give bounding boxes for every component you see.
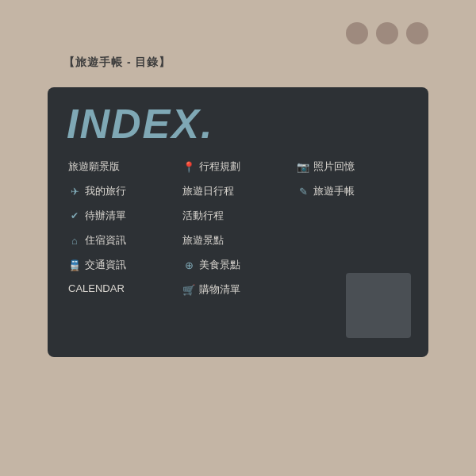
dot-2 bbox=[376, 22, 398, 44]
cart-icon: 🛒 bbox=[182, 284, 195, 296]
menu-item-shopping[interactable]: 🛒 購物清單 bbox=[181, 280, 295, 299]
menu-item-spots[interactable]: 旅遊景點 bbox=[181, 231, 295, 250]
menu-item-wish[interactable]: 旅遊願景版 bbox=[67, 157, 181, 176]
page-wrapper: 【旅遊手帳 - 目錄】 INDEX. 旅遊願景版 ✈ 我的旅行 ✔ 待辦清單 bbox=[0, 0, 476, 476]
home-icon: ⌂ bbox=[68, 235, 81, 247]
subtitle: 【旅遊手帳 - 目錄】 bbox=[63, 56, 171, 70]
menu-item-activity[interactable]: 活動行程 bbox=[181, 206, 295, 225]
fork-icon: ⊕ bbox=[182, 259, 195, 271]
wish-label: 旅遊願景版 bbox=[68, 159, 120, 174]
pin-icon: 📍 bbox=[182, 161, 195, 173]
transport-label: 交通資訊 bbox=[85, 258, 126, 272]
camera-icon: 📷 bbox=[297, 161, 309, 173]
photo-placeholder bbox=[346, 273, 411, 338]
menu-grid: 旅遊願景版 ✈ 我的旅行 ✔ 待辦清單 ⌂ 住宿資訊 🚆 交通資訊 bbox=[67, 157, 409, 341]
menu-item-todo[interactable]: ✔ 待辦清單 bbox=[67, 206, 181, 225]
menu-item-accommodation[interactable]: ⌂ 住宿資訊 bbox=[67, 231, 181, 250]
plane-icon: ✈ bbox=[68, 186, 81, 198]
menu-item-calendar[interactable]: CALENDAR bbox=[67, 280, 181, 297]
food-label: 美食景點 bbox=[199, 258, 240, 272]
dot-3 bbox=[406, 22, 428, 44]
menu-item-notebook[interactable]: ✎ 旅遊手帳 bbox=[295, 182, 409, 201]
accommodation-label: 住宿資訊 bbox=[85, 233, 126, 248]
shopping-label: 購物清單 bbox=[199, 282, 240, 297]
train-icon: 🚆 bbox=[68, 259, 81, 271]
menu-item-itinerary[interactable]: 📍 行程規劃 bbox=[181, 157, 295, 176]
menu-item-transport[interactable]: 🚆 交通資訊 bbox=[67, 255, 181, 274]
menu-col-1: 旅遊願景版 ✈ 我的旅行 ✔ 待辦清單 ⌂ 住宿資訊 🚆 交通資訊 bbox=[67, 157, 181, 341]
index-title-text: INDEX bbox=[67, 101, 201, 147]
check-icon: ✔ bbox=[68, 210, 81, 221]
index-dot: . bbox=[201, 101, 213, 147]
activity-label: 活動行程 bbox=[182, 209, 224, 223]
itinerary-label: 行程規劃 bbox=[199, 159, 240, 174]
menu-col-3: 📷 照片回憶 ✎ 旅遊手帳 bbox=[295, 157, 409, 341]
index-title: INDEX. bbox=[67, 103, 409, 144]
daily-label: 旅遊日行程 bbox=[182, 184, 234, 198]
decorative-dots bbox=[346, 22, 428, 44]
menu-item-food[interactable]: ⊕ 美食景點 bbox=[181, 255, 295, 274]
menu-col-2: 📍 行程規劃 旅遊日行程 活動行程 旅遊景點 ⊕ 美食景點 🛒 bbox=[181, 157, 295, 341]
notebook-label: 旅遊手帳 bbox=[313, 184, 355, 198]
todo-label: 待辦清單 bbox=[85, 209, 126, 223]
spots-label: 旅遊景點 bbox=[182, 233, 224, 248]
calendar-label: CALENDAR bbox=[68, 282, 125, 294]
menu-item-daily[interactable]: 旅遊日行程 bbox=[181, 182, 295, 201]
dot-1 bbox=[346, 22, 368, 44]
pencil-icon: ✎ bbox=[297, 186, 309, 198]
index-card: INDEX. 旅遊願景版 ✈ 我的旅行 ✔ 待辦清單 ⌂ 住宿資訊 bbox=[48, 87, 428, 357]
my-trip-label: 我的旅行 bbox=[85, 184, 126, 198]
menu-item-my-trip[interactable]: ✈ 我的旅行 bbox=[67, 182, 181, 201]
menu-item-photos[interactable]: 📷 照片回憶 bbox=[295, 157, 409, 176]
photos-label: 照片回憶 bbox=[313, 159, 355, 174]
